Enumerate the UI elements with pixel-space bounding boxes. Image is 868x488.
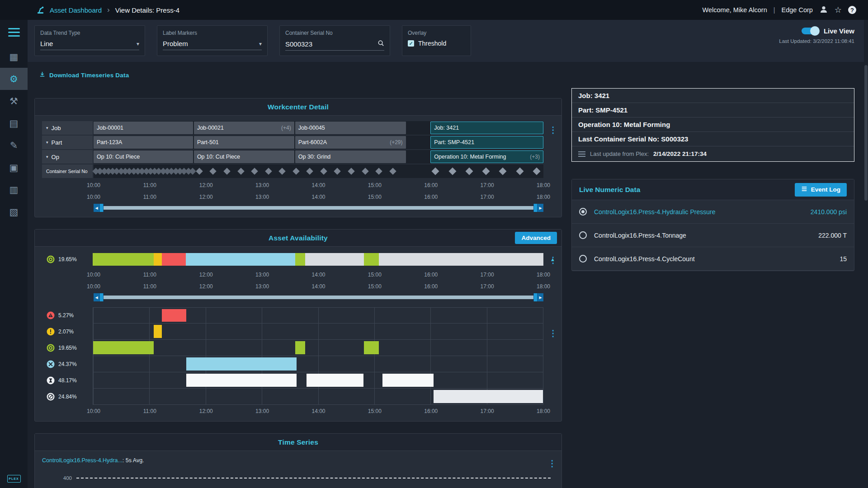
state-block[interactable] [364,341,379,354]
serial-marker[interactable] [251,168,258,175]
search-icon[interactable] [377,40,384,48]
radio-button[interactable] [579,231,587,239]
sidebar-item-packages[interactable]: ▣ [0,156,28,178]
serial-marker[interactable] [334,168,341,175]
state-block[interactable] [307,374,363,387]
gantt-segment[interactable]: Job-00045 [295,122,406,134]
advanced-button[interactable]: Advanced [515,232,557,244]
availability-segment[interactable] [154,253,162,266]
time-range-slider[interactable]: ◀ ▶ [94,204,543,212]
serial-marker[interactable] [389,168,396,175]
serial-marker[interactable] [307,168,314,175]
serial-marker[interactable] [223,168,231,175]
serial-marker[interactable] [482,168,490,175]
label-markers-select[interactable]: Problem ▾ [163,40,262,50]
availability-segment[interactable] [162,253,186,266]
availability-segment[interactable] [364,253,379,266]
menu-button[interactable] [8,24,20,46]
serial-marker[interactable] [320,168,327,175]
gantt-segment[interactable]: Part: SMP-4521 [430,136,543,149]
availability-segment[interactable] [186,253,295,266]
radio-button[interactable] [579,255,587,263]
gantt-segment[interactable]: Job-00001 [94,122,193,134]
serial-marker[interactable] [189,168,196,175]
gantt-row-label[interactable]: ▾Part [42,136,93,149]
sidebar-item-dashboards[interactable]: ▦ [0,46,28,68]
radio-button[interactable] [579,208,587,216]
serial-marker[interactable] [237,168,245,175]
serial-marker[interactable] [196,168,203,175]
availability-segment[interactable] [379,253,543,266]
serial-marker[interactable] [292,168,300,175]
serial-marker[interactable] [362,168,369,175]
serial-marker[interactable] [210,168,217,175]
state-block[interactable] [162,309,186,322]
collapse-icon[interactable]: ▲ [550,257,555,262]
download-timeseries-link[interactable]: Download Timeseries Data [39,71,129,79]
gantt-segment[interactable]: Op 30: Grind [295,150,406,163]
live-view-toggle[interactable] [802,28,819,34]
help-icon[interactable]: ? [848,6,856,14]
container-serial-input[interactable] [285,40,367,48]
gantt-segment[interactable]: Job: 3421 [430,122,543,134]
sidebar-item-production-layers[interactable]: ▤ [0,112,28,134]
user-icon[interactable] [819,5,828,15]
gantt-segment[interactable]: Part-6002A(+29) [295,136,406,149]
serial-marker[interactable] [265,168,272,175]
gantt-segment[interactable]: Op 10: Cut Piece [194,150,294,163]
serial-marker[interactable] [533,168,541,175]
threshold-checkbox[interactable]: ✓ [408,40,414,47]
slider-right-handle[interactable] [533,204,538,212]
slider-left-button[interactable]: ◀ [94,293,99,301]
time-range-slider[interactable]: ◀ ▶ [94,293,543,301]
sidebar-item-edit-forms[interactable]: ✎ [0,134,28,156]
gantt-segment[interactable]: Operation 10: Metal Forming(+3) [430,150,543,163]
state-block[interactable] [154,325,162,338]
slider-left-handle[interactable] [99,293,104,301]
slider-left-button[interactable]: ◀ [94,204,99,212]
event-log-button[interactable]: Event Log [795,183,847,197]
gantt-segment[interactable]: Op 10: Cut Piece [94,150,193,163]
kebab-menu-icon[interactable]: ⋮ [549,328,556,338]
slider-right-button[interactable]: ▶ [538,204,543,212]
favorite-star-icon[interactable]: ☆ [835,5,842,15]
slider-right-handle[interactable] [533,293,538,301]
slider-left-handle[interactable] [99,204,104,212]
slider-track[interactable] [104,296,533,299]
serial-marker[interactable] [348,168,355,175]
numeric-row[interactable]: ControlLogix16.Press-4.Hydraulic Pressur… [572,200,854,224]
serial-marker[interactable] [278,168,286,175]
data-trend-type-select[interactable]: Line ▾ [40,40,139,50]
numeric-row[interactable]: ControlLogix16.Press-4.Tonnage222.000 T [572,224,854,247]
sidebar-item-analytics[interactable]: ▧ [0,201,28,223]
state-block[interactable] [186,357,297,371]
serial-marker[interactable] [516,168,524,175]
serial-marker[interactable] [375,168,382,175]
availability-segment[interactable] [93,253,154,266]
gantt-row-label[interactable]: ▾Op [42,150,93,164]
slider-track[interactable] [104,206,533,210]
numeric-row[interactable]: ControlLogix16.Press-4.CycleCount15 [572,247,854,271]
serial-marker[interactable] [448,168,456,175]
state-block[interactable] [93,341,154,354]
serial-marker[interactable] [499,168,507,175]
gantt-segment[interactable]: Job-00021(+4) [194,122,294,134]
serial-marker[interactable] [465,168,473,175]
availability-segment[interactable] [305,253,364,266]
scrollbar-thumb[interactable] [864,65,868,201]
gantt-segment[interactable]: Part-501 [194,136,294,149]
kebab-menu-icon[interactable]: ⋮ [549,125,556,135]
sidebar-item-asset-performance[interactable]: ⚒ [0,90,28,112]
sidebar-item-asset-detail[interactable]: ⚙ [0,68,28,90]
gantt-row-label[interactable]: ▾Job [42,121,93,135]
series-legend-name[interactable]: ControlLogix16.Press-4.Hydra... [42,457,123,464]
slider-right-button[interactable]: ▶ [538,293,543,301]
breadcrumb-root[interactable]: Asset Dashboard [50,6,102,14]
state-block[interactable] [434,390,543,403]
sidebar-item-checklists[interactable]: ▥ [0,178,28,201]
serial-marker[interactable] [432,168,439,175]
gantt-segment[interactable]: Part-123A [94,136,193,149]
availability-segment[interactable] [295,253,305,266]
kebab-menu-icon[interactable]: ⋮ [548,458,555,469]
state-block[interactable] [295,341,305,354]
